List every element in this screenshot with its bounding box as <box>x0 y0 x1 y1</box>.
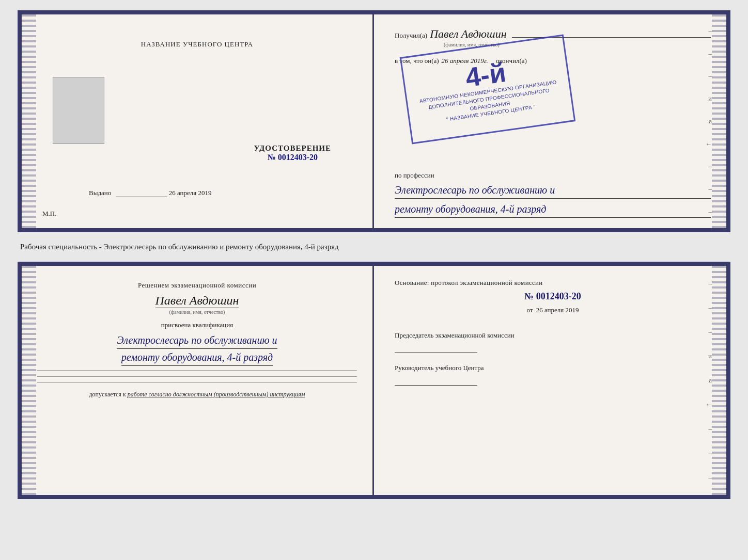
bottom-right-page: Основание: протокол экзаменационной коми… <box>374 266 726 495</box>
predsedatel-block: Председатель экзаменационной комиссии <box>395 331 711 353</box>
udostoverenie-block: УДОСТОВЕРЕНИЕ № 0012403-20 <box>254 144 332 162</box>
bottom-right-decoration: – – – и а ← – – – <box>705 266 712 495</box>
profession-block-top: по профессии Электрослесарь по обслужива… <box>395 171 711 218</box>
osnovanie-block: Основание: протокол экзаменационной коми… <box>395 279 711 287</box>
udostoverenie-label: УДОСТОВЕРЕНИЕ <box>254 144 332 153</box>
bottom-document: Решением экзаменационной комиссии Павел … <box>18 262 730 499</box>
dopuskaetsya-block: допускается к работе согласно должностны… <box>89 391 305 398</box>
mp-label: М.П. <box>42 210 56 218</box>
vydano-line: Выдано 26 апреля 2019 <box>89 189 212 197</box>
dopuskaetsya-text: работе согласно должностным (производств… <box>128 391 305 398</box>
right-decoration: – – – и а ← – – – <box>705 14 712 228</box>
profession-line2-top: ремонту оборудования, 4-й разряд <box>395 201 711 218</box>
bottom-right-spine <box>712 266 726 495</box>
udostoverenie-number: № 0012403-20 <box>254 153 332 162</box>
between-documents-text: Рабочая специальность - Электрослесарь п… <box>18 242 730 252</box>
cert-title: НАЗВАНИЕ УЧЕБНОГО ЦЕНТРА <box>141 40 253 49</box>
recipient-name-top: Павел Авдюшин <box>430 27 506 41</box>
rukovoditel-signature-line <box>395 375 477 386</box>
person-name-bottom: Павел Авдюшин <box>155 294 239 308</box>
right-spine-decoration <box>712 14 726 228</box>
photo-placeholder <box>53 77 104 144</box>
prisvoena-label: присвоена квалификация <box>161 321 233 329</box>
protocol-number: № 0012403-20 <box>395 291 711 302</box>
resheniem-block: Решением экзаменационной комиссии <box>138 281 256 290</box>
profession-line1-top: Электрослесарь по обслуживанию и <box>395 182 711 199</box>
qualification-line2: ремонту оборудования, 4-й разряд <box>121 349 273 366</box>
predsedatel-signature-line <box>395 343 477 353</box>
top-right-page: Получил(a) Павел Авдюшин (фамилия, имя, … <box>374 14 726 228</box>
top-left-page: НАЗВАНИЕ УЧЕБНОГО ЦЕНТРА УДОСТОВЕРЕНИЕ №… <box>22 14 374 228</box>
qualification-line1: Электрослесарь по обслуживанию и <box>117 332 277 349</box>
top-document: НАЗВАНИЕ УЧЕБНОГО ЦЕНТРА УДОСТОВЕРЕНИЕ №… <box>18 10 730 232</box>
name-subtext-bottom: (фамилия, имя, отчество) <box>169 309 225 315</box>
po-professii-label-top: по профессии <box>395 171 711 180</box>
bottom-left-page: Решением экзаменационной комиссии Павел … <box>22 266 374 495</box>
ot-date: от 26 апреля 2019 <box>395 306 711 314</box>
stamp: 4-й АВТОНОМНУЮ НЕКОММЕРЧЕСКУЮ ОРГАНИЗАЦИ… <box>400 35 576 145</box>
rukovoditel-block: Руководитель учебного Центра <box>395 363 711 386</box>
